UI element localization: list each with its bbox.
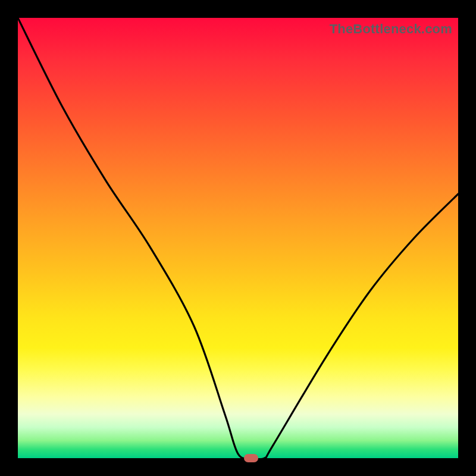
chart-frame: TheBottleneck.com bbox=[0, 0, 476, 476]
bottleneck-curve bbox=[18, 18, 458, 458]
optimal-point-marker bbox=[244, 454, 258, 462]
plot-area: TheBottleneck.com bbox=[18, 18, 458, 458]
